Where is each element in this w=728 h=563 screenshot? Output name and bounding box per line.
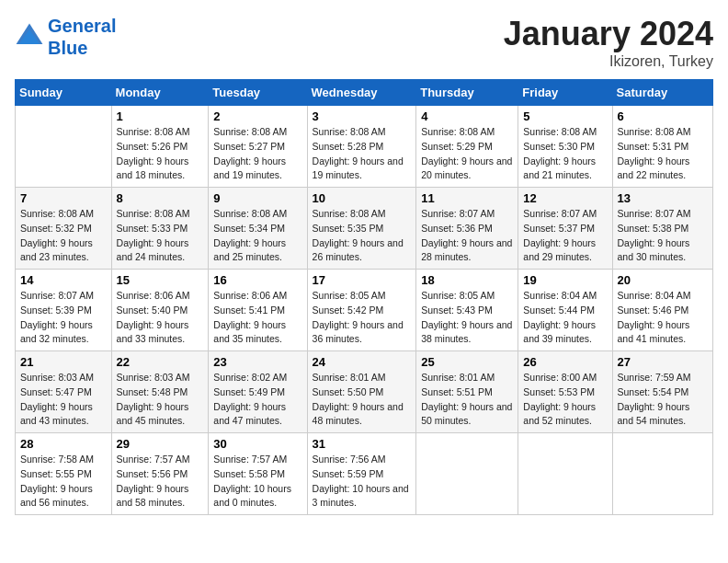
calendar-cell: 31Sunrise: 7:56 AMSunset: 5:59 PMDayligh… — [307, 433, 416, 515]
day-info: Sunrise: 8:04 AMSunset: 5:46 PMDaylight:… — [618, 289, 708, 347]
day-number: 1 — [117, 109, 204, 123]
day-info: Sunrise: 8:07 AMSunset: 5:39 PMDaylight:… — [20, 289, 107, 347]
calendar-cell — [612, 433, 712, 515]
logo-general: General — [48, 16, 116, 36]
calendar-week-row: 1Sunrise: 8:08 AMSunset: 5:26 PMDaylight… — [16, 106, 713, 188]
day-info: Sunrise: 7:57 AMSunset: 5:56 PMDaylight:… — [117, 453, 204, 511]
day-number: 28 — [20, 437, 107, 451]
calendar-cell: 16Sunrise: 8:06 AMSunset: 5:41 PMDayligh… — [209, 270, 307, 351]
weekday-header-wednesday: Wednesday — [307, 80, 416, 106]
calendar-cell: 24Sunrise: 8:01 AMSunset: 5:50 PMDayligh… — [307, 351, 416, 433]
day-number: 31 — [313, 437, 412, 451]
weekday-header-tuesday: Tuesday — [209, 80, 307, 106]
day-number: 18 — [421, 273, 513, 287]
day-info: Sunrise: 8:08 AMSunset: 5:32 PMDaylight:… — [20, 207, 107, 265]
calendar-cell: 4Sunrise: 8:08 AMSunset: 5:29 PMDaylight… — [416, 106, 518, 188]
day-number: 4 — [421, 109, 513, 123]
day-info: Sunrise: 8:05 AMSunset: 5:43 PMDaylight:… — [421, 289, 513, 347]
day-number: 8 — [117, 191, 204, 205]
calendar-week-row: 21Sunrise: 8:03 AMSunset: 5:47 PMDayligh… — [16, 351, 713, 433]
day-number: 12 — [523, 191, 607, 205]
calendar-cell: 10Sunrise: 8:08 AMSunset: 5:35 PMDayligh… — [307, 188, 416, 270]
day-number: 19 — [523, 273, 607, 287]
calendar-cell: 7Sunrise: 8:08 AMSunset: 5:32 PMDaylight… — [16, 188, 112, 270]
day-info: Sunrise: 8:07 AMSunset: 5:38 PMDaylight:… — [618, 207, 708, 265]
calendar-cell: 20Sunrise: 8:04 AMSunset: 5:46 PMDayligh… — [612, 270, 712, 351]
calendar-cell: 18Sunrise: 8:05 AMSunset: 5:43 PMDayligh… — [416, 270, 518, 351]
day-info: Sunrise: 8:06 AMSunset: 5:40 PMDaylight:… — [117, 289, 204, 347]
day-info: Sunrise: 7:59 AMSunset: 5:54 PMDaylight:… — [618, 371, 708, 429]
logo-text: General Blue — [48, 15, 116, 59]
day-info: Sunrise: 7:56 AMSunset: 5:59 PMDaylight:… — [313, 453, 412, 511]
day-info: Sunrise: 8:08 AMSunset: 5:33 PMDaylight:… — [117, 207, 204, 265]
day-info: Sunrise: 8:07 AMSunset: 5:36 PMDaylight:… — [421, 207, 513, 265]
day-number: 7 — [20, 191, 107, 205]
calendar-cell: 22Sunrise: 8:03 AMSunset: 5:48 PMDayligh… — [111, 351, 209, 433]
day-info: Sunrise: 8:00 AMSunset: 5:53 PMDaylight:… — [523, 371, 607, 429]
day-number: 24 — [313, 355, 412, 369]
calendar-cell: 13Sunrise: 8:07 AMSunset: 5:38 PMDayligh… — [612, 188, 712, 270]
day-info: Sunrise: 8:08 AMSunset: 5:29 PMDaylight:… — [421, 125, 513, 183]
day-info: Sunrise: 8:06 AMSunset: 5:41 PMDaylight:… — [213, 289, 301, 347]
day-info: Sunrise: 8:03 AMSunset: 5:48 PMDaylight:… — [117, 371, 204, 429]
logo: General Blue — [15, 15, 116, 59]
calendar-week-row: 14Sunrise: 8:07 AMSunset: 5:39 PMDayligh… — [16, 270, 713, 351]
day-info: Sunrise: 8:01 AMSunset: 5:51 PMDaylight:… — [421, 371, 513, 429]
day-number: 21 — [20, 355, 107, 369]
day-number: 9 — [213, 191, 301, 205]
day-number: 29 — [117, 437, 204, 451]
logo-icon — [15, 22, 44, 52]
calendar-cell: 8Sunrise: 8:08 AMSunset: 5:33 PMDaylight… — [111, 188, 209, 270]
calendar-cell: 30Sunrise: 7:57 AMSunset: 5:58 PMDayligh… — [209, 433, 307, 515]
calendar-cell — [416, 433, 518, 515]
day-number: 26 — [523, 355, 607, 369]
title-area: January 2024 Ikizoren, Turkey — [504, 15, 713, 70]
day-number: 25 — [421, 355, 513, 369]
day-number: 17 — [313, 273, 412, 287]
day-info: Sunrise: 7:58 AMSunset: 5:55 PMDaylight:… — [20, 453, 107, 511]
day-info: Sunrise: 8:04 AMSunset: 5:44 PMDaylight:… — [523, 289, 607, 347]
day-info: Sunrise: 8:05 AMSunset: 5:42 PMDaylight:… — [313, 289, 412, 347]
calendar-cell: 28Sunrise: 7:58 AMSunset: 5:55 PMDayligh… — [16, 433, 112, 515]
day-info: Sunrise: 8:08 AMSunset: 5:30 PMDaylight:… — [523, 125, 607, 183]
calendar-week-row: 28Sunrise: 7:58 AMSunset: 5:55 PMDayligh… — [16, 433, 713, 515]
day-info: Sunrise: 8:03 AMSunset: 5:47 PMDaylight:… — [20, 371, 107, 429]
day-info: Sunrise: 8:08 AMSunset: 5:34 PMDaylight:… — [213, 207, 301, 265]
day-info: Sunrise: 8:02 AMSunset: 5:49 PMDaylight:… — [213, 371, 301, 429]
weekday-header-row: SundayMondayTuesdayWednesdayThursdayFrid… — [16, 80, 713, 106]
day-info: Sunrise: 8:08 AMSunset: 5:31 PMDaylight:… — [618, 125, 708, 183]
logo-blue: Blue — [48, 38, 87, 58]
calendar-cell — [16, 106, 112, 188]
calendar-cell: 2Sunrise: 8:08 AMSunset: 5:27 PMDaylight… — [209, 106, 307, 188]
day-number: 14 — [20, 273, 107, 287]
day-info: Sunrise: 8:08 AMSunset: 5:27 PMDaylight:… — [213, 125, 301, 183]
day-number: 20 — [618, 273, 708, 287]
calendar-cell: 15Sunrise: 8:06 AMSunset: 5:40 PMDayligh… — [111, 270, 209, 351]
day-number: 30 — [213, 437, 301, 451]
calendar-cell: 26Sunrise: 8:00 AMSunset: 5:53 PMDayligh… — [518, 351, 612, 433]
weekday-header-sunday: Sunday — [16, 80, 112, 106]
day-number: 16 — [213, 273, 301, 287]
location-title: Ikizoren, Turkey — [504, 53, 713, 70]
calendar-cell: 12Sunrise: 8:07 AMSunset: 5:37 PMDayligh… — [518, 188, 612, 270]
calendar-cell: 23Sunrise: 8:02 AMSunset: 5:49 PMDayligh… — [209, 351, 307, 433]
day-info: Sunrise: 8:08 AMSunset: 5:35 PMDaylight:… — [313, 207, 412, 265]
calendar-cell: 1Sunrise: 8:08 AMSunset: 5:26 PMDaylight… — [111, 106, 209, 188]
calendar-week-row: 7Sunrise: 8:08 AMSunset: 5:32 PMDaylight… — [16, 188, 713, 270]
calendar-cell: 19Sunrise: 8:04 AMSunset: 5:44 PMDayligh… — [518, 270, 612, 351]
day-number: 2 — [213, 109, 301, 123]
day-number: 11 — [421, 191, 513, 205]
day-info: Sunrise: 8:08 AMSunset: 5:28 PMDaylight:… — [313, 125, 412, 183]
day-number: 23 — [213, 355, 301, 369]
weekday-header-monday: Monday — [111, 80, 209, 106]
weekday-header-saturday: Saturday — [612, 80, 712, 106]
weekday-header-thursday: Thursday — [416, 80, 518, 106]
calendar-cell: 3Sunrise: 8:08 AMSunset: 5:28 PMDaylight… — [307, 106, 416, 188]
day-info: Sunrise: 8:01 AMSunset: 5:50 PMDaylight:… — [313, 371, 412, 429]
calendar-cell: 6Sunrise: 8:08 AMSunset: 5:31 PMDaylight… — [612, 106, 712, 188]
calendar-cell: 11Sunrise: 8:07 AMSunset: 5:36 PMDayligh… — [416, 188, 518, 270]
calendar-cell: 17Sunrise: 8:05 AMSunset: 5:42 PMDayligh… — [307, 270, 416, 351]
calendar-table: SundayMondayTuesdayWednesdayThursdayFrid… — [15, 79, 713, 515]
calendar-cell: 29Sunrise: 7:57 AMSunset: 5:56 PMDayligh… — [111, 433, 209, 515]
calendar-cell — [518, 433, 612, 515]
